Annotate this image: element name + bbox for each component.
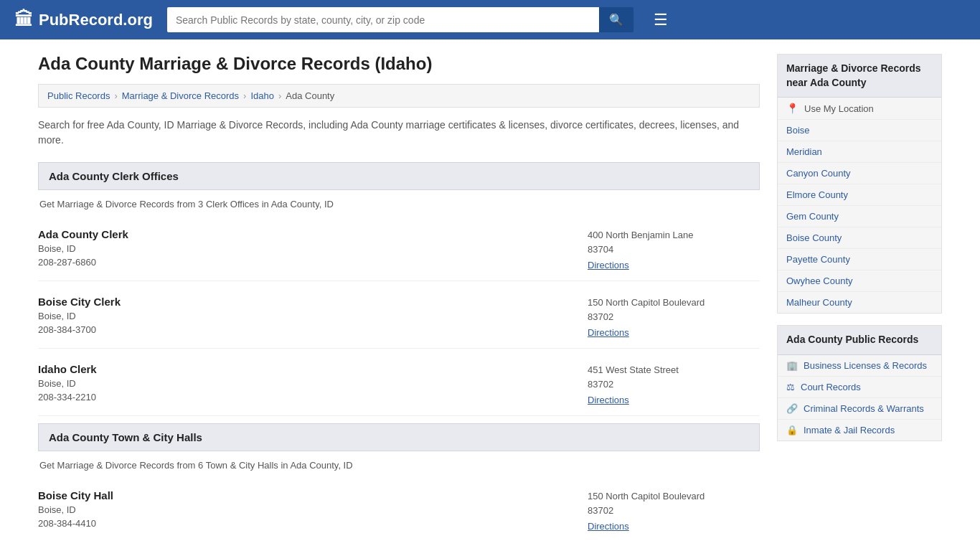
sidebar-item-boise[interactable]: Boise bbox=[778, 120, 941, 141]
clerk-entry-3-phone: 208-334-2210 bbox=[38, 392, 573, 402]
inmate-records-icon: 🔒 bbox=[786, 425, 798, 435]
clerk-entry-1-address: 400 North Benjamin Lane 83704 bbox=[588, 228, 760, 256]
cityhall-entry-1-name: Boise City Hall bbox=[38, 489, 573, 501]
sidebar-public-records-title: Ada County Public Records bbox=[778, 326, 941, 355]
breadcrumb-idaho[interactable]: Idaho bbox=[250, 90, 274, 101]
hamburger-icon: ☰ bbox=[654, 11, 668, 29]
sidebar-criminal-records-label: Criminal Records & Warrants bbox=[804, 403, 924, 414]
logo-icon: 🏛 bbox=[14, 9, 33, 31]
sidebar-nearby-section: Marriage & Divorce Records near Ada Coun… bbox=[777, 54, 942, 314]
sidebar-canyon-county-label: Canyon County bbox=[786, 168, 851, 179]
clerk-entry-3-name: Idaho Clerk bbox=[38, 363, 573, 375]
page-title: Ada County Marriage & Divorce Records (I… bbox=[38, 54, 760, 74]
cityhall-entry-1-directions[interactable]: Directions bbox=[588, 521, 629, 532]
search-input[interactable] bbox=[167, 7, 599, 32]
clerk-entry-1-phone: 208-287-6860 bbox=[38, 257, 573, 268]
sidebar-use-location-label: Use My Location bbox=[804, 103, 874, 114]
sidebar-gem-county-label: Gem County bbox=[786, 211, 839, 222]
sidebar-item-inmate-records[interactable]: 🔒 Inmate & Jail Records bbox=[778, 420, 941, 441]
breadcrumb-sep-3: › bbox=[278, 90, 281, 101]
clerk-entry-2-left: Boise City Clerk Boise, ID 208-384-3700 bbox=[38, 296, 573, 338]
clerk-entry-1: Ada County Clerk Boise, ID 208-287-6860 … bbox=[38, 221, 760, 281]
sidebar-item-boise-county[interactable]: Boise County bbox=[778, 227, 941, 249]
sidebar-item-meridian[interactable]: Meridian bbox=[778, 141, 941, 163]
cityhall-entry-1-phone: 208-384-4410 bbox=[38, 518, 573, 529]
clerk-section-desc: Get Marriage & Divorce Records from 3 Cl… bbox=[38, 199, 760, 209]
sidebar-item-criminal-records[interactable]: 🔗 Criminal Records & Warrants bbox=[778, 398, 941, 420]
breadcrumb-sep-2: › bbox=[243, 90, 246, 101]
clerk-entry-2-name: Boise City Clerk bbox=[38, 296, 573, 308]
sidebar-owyhee-county-label: Owyhee County bbox=[786, 276, 853, 286]
clerk-entry-1-right: 400 North Benjamin Lane 83704 Directions bbox=[573, 228, 760, 270]
cityhall-section-desc: Get Marriage & Divorce Records from 6 To… bbox=[38, 460, 760, 471]
page-description: Search for free Ada County, ID Marriage … bbox=[38, 118, 760, 148]
sidebar-item-elmore-county[interactable]: Elmore County bbox=[778, 184, 941, 206]
location-pin-icon: 📍 bbox=[786, 103, 798, 114]
clerk-entry-1-directions[interactable]: Directions bbox=[588, 260, 629, 270]
sidebar-elmore-county-label: Elmore County bbox=[786, 189, 848, 200]
clerk-entry-1-city: Boise, ID bbox=[38, 243, 573, 254]
clerk-entry-3-directions[interactable]: Directions bbox=[588, 395, 629, 405]
sidebar-item-gem-county[interactable]: Gem County bbox=[778, 206, 941, 227]
logo-text: PubRecord.org bbox=[39, 11, 153, 29]
clerk-entry-3-right: 451 West State Street 83702 Directions bbox=[573, 363, 760, 405]
clerk-entry-2-right: 150 North Capitol Boulevard 83702 Direct… bbox=[573, 296, 760, 338]
clerk-entry-2-directions[interactable]: Directions bbox=[588, 327, 629, 338]
sidebar-use-location[interactable]: 📍 Use My Location bbox=[778, 98, 941, 120]
main-container: Ada County Marriage & Divorce Records (I… bbox=[24, 39, 956, 551]
sidebar-item-payette-county[interactable]: Payette County bbox=[778, 249, 941, 270]
sidebar-payette-county-label: Payette County bbox=[786, 254, 850, 265]
clerk-entry-3-address: 451 West State Street 83702 bbox=[588, 363, 760, 391]
cityhall-entry-1-left: Boise City Hall Boise, ID 208-384-4410 bbox=[38, 489, 573, 532]
sidebar-item-business-licenses[interactable]: 🏢 Business Licenses & Records bbox=[778, 355, 941, 377]
court-records-icon: ⚖ bbox=[786, 382, 795, 392]
content-area: Ada County Marriage & Divorce Records (I… bbox=[38, 54, 760, 549]
sidebar-business-licenses-label: Business Licenses & Records bbox=[804, 360, 927, 371]
cityhall-entry-1-right: 150 North Capitol Boulevard 83702 Direct… bbox=[573, 489, 760, 532]
sidebar-malheur-county-label: Malheur County bbox=[786, 297, 852, 308]
clerk-entry-2-city: Boise, ID bbox=[38, 311, 573, 321]
search-button[interactable]: 🔍 bbox=[599, 7, 633, 32]
business-licenses-icon: 🏢 bbox=[786, 360, 798, 371]
sidebar-item-court-records[interactable]: ⚖ Court Records bbox=[778, 377, 941, 398]
breadcrumb-marriage-divorce[interactable]: Marriage & Divorce Records bbox=[122, 90, 239, 101]
sidebar-item-malheur-county[interactable]: Malheur County bbox=[778, 292, 941, 313]
sidebar-boise-label: Boise bbox=[786, 125, 810, 136]
search-icon: 🔍 bbox=[609, 14, 623, 26]
sidebar-court-records-label: Court Records bbox=[801, 382, 861, 392]
clerk-section-header: Ada County Clerk Offices bbox=[38, 162, 760, 190]
sidebar-meridian-label: Meridian bbox=[786, 146, 822, 157]
breadcrumb-public-records[interactable]: Public Records bbox=[47, 90, 110, 101]
clerk-entry-1-name: Ada County Clerk bbox=[38, 228, 573, 240]
cityhall-section-header: Ada County Town & City Halls bbox=[38, 423, 760, 451]
criminal-records-icon: 🔗 bbox=[786, 403, 798, 414]
sidebar-inmate-records-label: Inmate & Jail Records bbox=[804, 425, 895, 435]
clerk-entry-2-address: 150 North Capitol Boulevard 83702 bbox=[588, 296, 760, 324]
sidebar-item-canyon-county[interactable]: Canyon County bbox=[778, 163, 941, 184]
clerk-entry-3-city: Boise, ID bbox=[38, 378, 573, 389]
sidebar-nearby-title: Marriage & Divorce Records near Ada Coun… bbox=[778, 55, 941, 98]
clerk-entry-2: Boise City Clerk Boise, ID 208-384-3700 … bbox=[38, 288, 760, 349]
clerk-entry-2-phone: 208-384-3700 bbox=[38, 324, 573, 335]
breadcrumb-sep-1: › bbox=[114, 90, 117, 101]
search-area: 🔍 bbox=[167, 7, 633, 32]
logo[interactable]: 🏛 PubRecord.org bbox=[14, 9, 153, 31]
clerk-entry-3: Idaho Clerk Boise, ID 208-334-2210 451 W… bbox=[38, 356, 760, 416]
cityhall-entry-1-city: Boise, ID bbox=[38, 504, 573, 515]
breadcrumb: Public Records › Marriage & Divorce Reco… bbox=[38, 84, 760, 108]
clerk-entry-3-left: Idaho Clerk Boise, ID 208-334-2210 bbox=[38, 363, 573, 405]
clerk-entry-1-left: Ada County Clerk Boise, ID 208-287-6860 bbox=[38, 228, 573, 270]
cityhall-entry-1-address: 150 North Capitol Boulevard 83702 bbox=[588, 489, 760, 517]
menu-button[interactable]: ☰ bbox=[648, 8, 674, 32]
cityhall-entry-1: Boise City Hall Boise, ID 208-384-4410 1… bbox=[38, 482, 760, 542]
sidebar-item-owyhee-county[interactable]: Owyhee County bbox=[778, 270, 941, 292]
sidebar-boise-county-label: Boise County bbox=[786, 232, 842, 243]
site-header: 🏛 PubRecord.org 🔍 ☰ bbox=[0, 0, 980, 39]
sidebar: Marriage & Divorce Records near Ada Coun… bbox=[777, 54, 942, 549]
sidebar-public-records-section: Ada County Public Records 🏢 Business Lic… bbox=[777, 325, 942, 441]
breadcrumb-ada-county: Ada County bbox=[286, 90, 334, 101]
